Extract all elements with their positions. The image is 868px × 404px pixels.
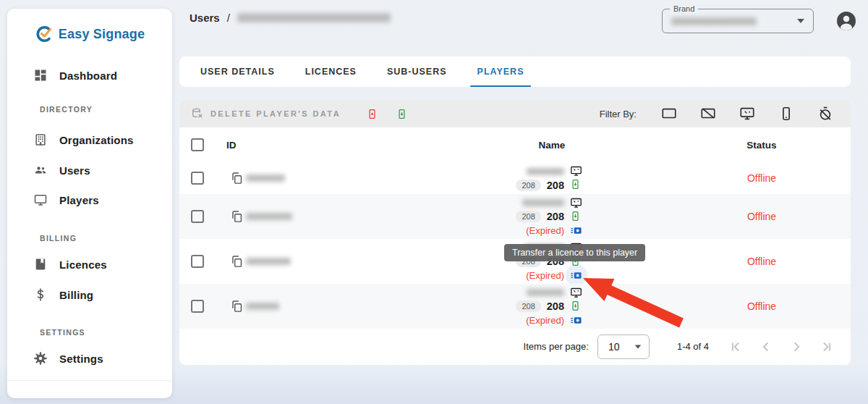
player-id-redacted — [246, 303, 279, 310]
breadcrumb-user-email-redacted — [237, 13, 391, 22]
sidebar-item-label: Users — [59, 164, 90, 177]
delete-players-data-button[interactable]: DELETE PLAYER'S DATA — [191, 107, 341, 120]
status-badge: Offline — [747, 300, 776, 312]
expired-label: (Expired) — [526, 225, 564, 236]
row-checkbox[interactable] — [191, 210, 204, 223]
table-toolbar: DELETE PLAYER'S DATA Filter By: — [179, 100, 851, 127]
sidebar-item-label: Organizations — [59, 134, 134, 146]
licence-total: 208 — [547, 211, 564, 222]
sidebar-item-label: Billing — [59, 289, 93, 301]
licence-total: 208 — [547, 180, 564, 191]
brand-select[interactable]: Brand — [662, 9, 814, 33]
row-checkbox[interactable] — [191, 172, 204, 185]
row-checkbox[interactable] — [191, 255, 204, 268]
tab-licences[interactable]: LICENCES — [295, 56, 367, 87]
last-page-button[interactable] — [819, 339, 835, 355]
delete-players-data-label: DELETE PLAYER'S DATA — [210, 109, 341, 118]
next-page-button[interactable] — [788, 339, 804, 355]
filter-offline-tv-off-icon[interactable] — [700, 106, 716, 122]
transfer-licence-icon[interactable] — [570, 224, 582, 237]
display-icon — [33, 193, 48, 207]
sidebar-item-label: Settings — [59, 353, 103, 365]
table-row: 208 208 (Expired) Offline — [179, 284, 851, 329]
copy-id-icon[interactable] — [230, 172, 244, 185]
tab-sub-users[interactable]: SUB-USERS — [377, 56, 457, 87]
account-avatar-button[interactable] — [835, 10, 857, 32]
brand-select-value-redacted — [671, 17, 757, 25]
player-screen-icon[interactable] — [570, 165, 582, 177]
items-per-page-select[interactable]: 10 — [597, 334, 650, 359]
previous-page-button[interactable] — [758, 339, 774, 355]
sidebar-item-players[interactable]: Players — [7, 190, 172, 209]
filter-mobile-icon[interactable] — [778, 106, 794, 122]
easysignage-logo-icon — [35, 25, 54, 43]
items-per-page-value: 10 — [608, 341, 620, 353]
pagination-range-label: 1-4 of 4 — [677, 341, 709, 352]
copy-id-icon[interactable] — [230, 300, 244, 313]
filter-by-label: Filter By: — [600, 109, 637, 119]
sidebar-item-organizations[interactable]: Organizations — [7, 130, 172, 149]
sidebar: Easy Signage Dashboard DIRECTORY Organiz… — [7, 9, 172, 398]
player-name-redacted — [527, 168, 564, 175]
first-page-button[interactable] — [728, 339, 744, 355]
breadcrumb-separator: / — [227, 12, 230, 24]
dashboard-icon — [33, 68, 48, 83]
sidebar-item-users[interactable]: Users — [7, 161, 172, 180]
filter-desktop-player-icon[interactable] — [739, 106, 755, 122]
users-group-icon — [33, 163, 48, 177]
tab-user-details[interactable]: USER DETAILS — [190, 56, 285, 87]
breadcrumb-users-link[interactable]: Users — [190, 12, 220, 24]
filter-timer-off-icon[interactable] — [817, 106, 833, 122]
select-all-checkbox[interactable] — [191, 138, 204, 151]
copy-id-icon[interactable] — [230, 210, 244, 224]
filter-bar: Filter By: — [600, 106, 833, 122]
breadcrumb: Users / — [190, 9, 391, 25]
building-icon — [33, 132, 48, 147]
expired-label: (Expired) — [526, 270, 564, 281]
items-per-page-label: Items per page: — [524, 341, 589, 352]
table-row: 208 208 Offline — [179, 162, 851, 194]
dollar-icon — [33, 287, 48, 302]
column-header-status: Status — [689, 127, 834, 162]
chevron-down-icon — [797, 19, 804, 23]
transfer-licence-tooltip: Transfer a licence to this player — [504, 244, 645, 261]
licence-used-badge: 208 — [516, 180, 540, 191]
logo: Easy Signage — [7, 25, 172, 43]
player-id-redacted — [246, 258, 291, 265]
sidebar-item-billing[interactable]: Billing — [7, 285, 172, 304]
sidebar-section-settings: SETTINGS — [7, 327, 172, 338]
sidebar-divider — [7, 380, 172, 381]
row-checkbox[interactable] — [191, 300, 204, 313]
tab-players[interactable]: PLAYERS — [467, 56, 535, 87]
device-update-green-icon — [570, 179, 582, 191]
device-deleted-red-icon[interactable] — [367, 109, 378, 119]
table-row: 208 208 (Expired) Offline — [179, 194, 851, 239]
sidebar-item-label: Players — [59, 194, 99, 206]
player-id-redacted — [246, 213, 292, 220]
expired-label: (Expired) — [526, 315, 564, 326]
player-name-redacted — [527, 289, 564, 296]
licence-used-badge: 208 — [516, 211, 540, 222]
player-id-redacted — [246, 174, 285, 182]
red-pointer-arrow — [573, 272, 689, 334]
sidebar-item-dashboard[interactable]: Dashboard — [7, 66, 172, 85]
status-badge: Offline — [747, 256, 776, 267]
copy-id-icon[interactable] — [230, 255, 244, 269]
status-badge: Offline — [747, 172, 776, 184]
filter-online-tv-icon[interactable] — [661, 106, 677, 122]
pagination-nav — [728, 339, 835, 355]
database-delete-icon — [191, 107, 204, 120]
players-table-card: DELETE PLAYER'S DATA Filter By: — [179, 100, 851, 365]
licence-book-icon — [33, 257, 48, 272]
pagination-bar: Items per page: 10 1-4 of 4 — [179, 329, 851, 364]
sidebar-item-label: Dashboard — [59, 70, 117, 82]
detail-tabs: USER DETAILS LICENCES SUB-USERS PLAYERS — [179, 56, 851, 87]
licence-total: 208 — [547, 300, 564, 312]
sidebar-item-settings[interactable]: Settings — [7, 349, 172, 368]
brand-select-label: Brand — [670, 4, 698, 13]
player-screen-icon[interactable] — [570, 197, 582, 209]
column-header-name: Name — [480, 127, 624, 162]
sidebar-item-licences[interactable]: Licences — [7, 255, 172, 274]
device-update-green-icon[interactable] — [396, 109, 407, 119]
player-name-redacted — [522, 199, 564, 206]
